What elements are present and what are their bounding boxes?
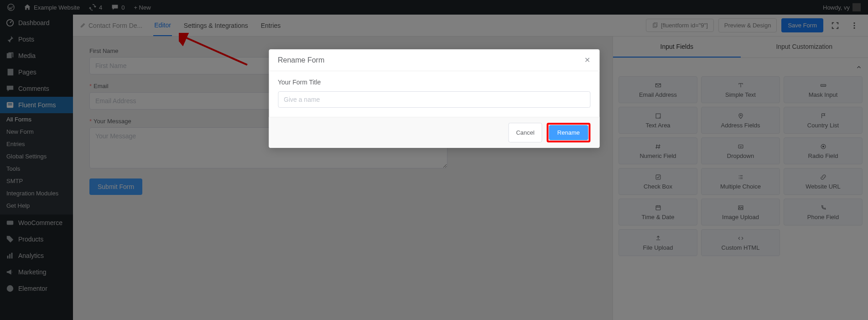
form-title-input[interactable] — [278, 91, 590, 108]
rename-modal: Rename Form ✕ Your Form Title Cancel Ren… — [269, 49, 599, 148]
cancel-button[interactable]: Cancel — [508, 123, 542, 142]
modal-close-button[interactable]: ✕ — [584, 56, 590, 64]
rename-button[interactable]: Rename — [549, 125, 588, 140]
modal-overlay[interactable] — [0, 0, 868, 320]
rename-highlight: Rename — [547, 123, 590, 142]
modal-field-label: Your Form Title — [278, 79, 590, 86]
modal-title: Rename Form — [278, 56, 324, 64]
